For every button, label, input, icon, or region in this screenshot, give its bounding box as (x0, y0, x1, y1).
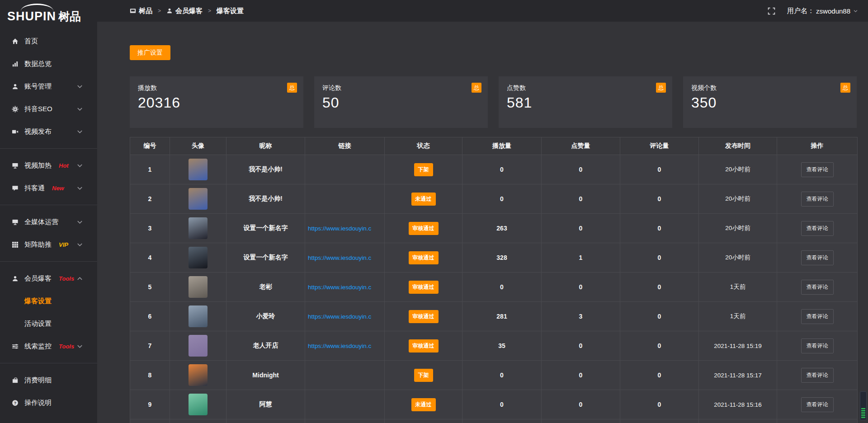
cell-plays: 0 (462, 273, 542, 301)
cell-publish-time: 1天前 (699, 302, 777, 331)
view-comments-button[interactable]: 查看评论 (801, 221, 834, 236)
cell-comments: 0 (620, 184, 699, 213)
cell-publish-time: 2021-11-28 15:17 (699, 361, 777, 390)
stat-card-value: 350 (691, 94, 849, 111)
sidebar-item[interactable]: 账号管理 (0, 75, 97, 98)
cell-nickname: 小爱玲 (226, 302, 305, 331)
avatar (189, 306, 208, 327)
cell-nickname: 我不是小帅! (226, 184, 305, 213)
user-icon (166, 8, 173, 14)
table-row: 9阿慧未通过0002021-11-28 15:16查看评论 (130, 390, 857, 419)
cell-publish-time (699, 419, 777, 423)
view-comments-button[interactable]: 查看评论 (801, 162, 834, 177)
sidebar-item-label: 首页 (24, 37, 38, 46)
sidebar-item[interactable]: 抖客通New (0, 177, 97, 199)
cell-row-number: 7 (130, 331, 170, 360)
breadcrumb-item[interactable]: 会员爆客 (166, 7, 203, 15)
video-link[interactable]: https://www.iesdouyin.c (308, 313, 371, 320)
status-badge: 审核通过 (409, 281, 439, 294)
sidebar-item[interactable]: 首页 (0, 30, 97, 52)
cell-row-number: 1 (130, 155, 170, 184)
breadcrumb-item[interactable]: 爆客设置 (217, 7, 244, 15)
sidebar-item[interactable]: 视频加热Hot (0, 154, 97, 177)
breadcrumb-separator: > (208, 8, 211, 14)
cell-row-number: 5 (130, 273, 170, 301)
view-comments-button[interactable]: 查看评论 (801, 192, 834, 207)
cell-status: 未通过 (385, 390, 462, 419)
view-comments-button[interactable]: 查看评论 (801, 309, 834, 324)
monitor-icon (12, 219, 19, 226)
cell-nickname: 设置一个新名字 (226, 214, 305, 243)
cell-link (305, 184, 385, 213)
status-badge: 审核通过 (409, 339, 439, 352)
sidebar-item-label: 消费明细 (24, 376, 52, 385)
sidebar-item[interactable]: 消费明细 (0, 369, 97, 391)
view-comments-button[interactable]: 查看评论 (801, 368, 834, 383)
cell-actions: 查看评论 (777, 273, 857, 301)
view-comments-button[interactable]: 查看评论 (801, 280, 834, 295)
floating-widget[interactable] (860, 391, 867, 420)
sidebar-item[interactable]: 全媒体运营 (0, 211, 97, 233)
sidebar-subitem[interactable]: 活动设置 (0, 312, 97, 335)
cell-likes: 0 (542, 155, 620, 184)
cell-likes: 0 (542, 273, 620, 301)
cell-plays (462, 419, 542, 423)
cell-plays: 263 (462, 214, 542, 243)
page: SHUPIN树品 首页数据总览账号管理抖音SEO视频发布视频加热Hot抖客通Ne… (0, 0, 868, 423)
stat-card: 点赞数581总 (499, 76, 672, 128)
cell-avatar (170, 390, 226, 419)
sidebar-item-label: 视频加热 (24, 161, 52, 170)
cell-avatar (170, 273, 226, 301)
column-header: 发布时间 (699, 137, 777, 155)
video-link[interactable]: https://www.iesdouyin.c (308, 343, 371, 349)
cell-plays: 0 (462, 184, 542, 213)
cell-comments: 0 (620, 302, 699, 331)
table-row: 2我不是小帅!未通过00020小时前查看评论 (130, 184, 857, 213)
view-comments-button[interactable]: 查看评论 (801, 250, 834, 265)
sidebar-item[interactable]: 视频发布 (0, 120, 97, 143)
logo-text-en: SHUPIN (7, 9, 56, 23)
sidebar-subitem[interactable]: 爆客设置 (0, 290, 97, 312)
video-link[interactable]: https://www.iesdouyin.c (308, 225, 371, 232)
sidebar-item[interactable]: 矩阵助推VIP (0, 233, 97, 256)
app-logo[interactable]: SHUPIN树品 (0, 0, 97, 26)
total-badge: 总 (656, 83, 666, 93)
table-header-row: 编号头像昵称链接状态播放量点赞量评论量发布时间操作 (130, 137, 857, 155)
cell-comments: 0 (620, 361, 699, 390)
column-header: 点赞量 (542, 137, 620, 155)
cell-avatar (170, 243, 226, 272)
cell-publish-time: 2021-11-28 15:19 (699, 331, 777, 360)
sidebar-item[interactable]: 线索监控Tools (0, 335, 97, 357)
sidebar-item[interactable]: 抖音SEO (0, 98, 97, 120)
avatar (189, 276, 208, 298)
view-comments-button[interactable]: 查看评论 (801, 338, 834, 353)
grid-icon (12, 241, 19, 248)
cell-link (305, 390, 385, 419)
topbar: 树品>会员爆客>爆客设置 用户名：zswodun88 (97, 0, 868, 22)
cell-status: 下架 (385, 155, 462, 184)
cell-link (305, 361, 385, 390)
table-row: 7老人开店https://www.iesdouyin.c审核通过35002021… (130, 331, 857, 360)
avatar (189, 159, 208, 180)
promo-settings-button[interactable]: 推广设置 (130, 45, 170, 60)
video-link[interactable]: https://www.iesdouyin.c (308, 284, 371, 291)
fullscreen-icon[interactable] (768, 7, 775, 15)
cell-likes: 0 (542, 214, 620, 243)
user-menu[interactable]: 用户名：zswodun88 (787, 7, 858, 15)
breadcrumb-item[interactable]: 树品 (130, 7, 152, 15)
cell-row-number: 9 (130, 390, 170, 419)
sidebar-item[interactable]: ?操作说明 (0, 391, 97, 414)
chevron-down-icon (76, 241, 83, 248)
sidebar-item[interactable]: 数据总览 (0, 52, 97, 75)
sidebar-item[interactable]: 会员爆客Tools (0, 267, 97, 290)
status-badge: 审核通过 (409, 310, 439, 323)
table-row: 5老彬https://www.iesdouyin.c审核通过0001天前查看评论 (130, 272, 857, 301)
cell-likes: 0 (542, 184, 620, 213)
main-content: 推广设置 播放数20316总评论数50总点赞数581总视频个数350总 编号头像… (97, 22, 868, 423)
stat-card-value: 20316 (138, 94, 295, 111)
total-badge: 总 (287, 83, 297, 93)
video-link[interactable]: https://www.iesdouyin.c (308, 254, 371, 261)
view-comments-button[interactable]: 查看评论 (801, 397, 834, 412)
total-badge: 总 (472, 83, 481, 93)
chevron-up-icon (76, 275, 83, 282)
